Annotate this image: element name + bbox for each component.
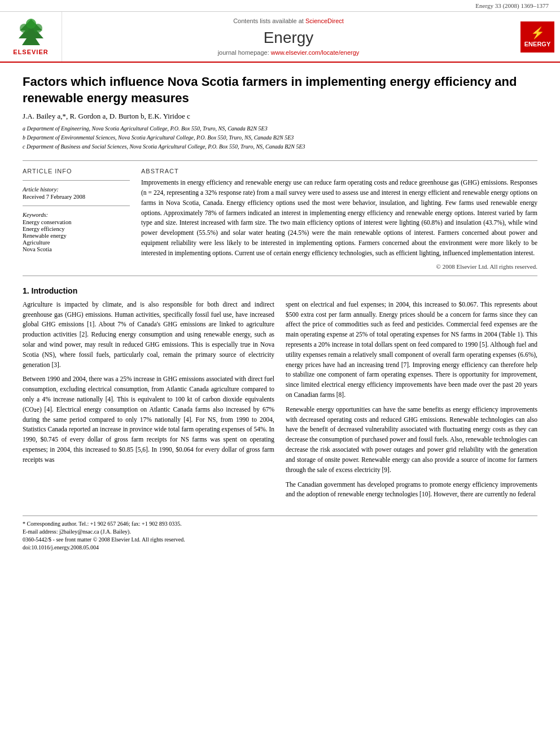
authors: J.A. Bailey a,*, R. Gordon a, D. Burton … — [23, 112, 537, 121]
section-title-intro: 1. Introduction — [23, 286, 537, 295]
copyright-line: © 2008 Elsevier Ltd. All rights reserved… — [141, 263, 537, 270]
received-date: Received 7 February 2008 — [23, 194, 130, 200]
intro-para-3: spent on electrical and fuel expenses; i… — [286, 300, 537, 400]
keyword-1: Energy conservation — [23, 219, 130, 225]
issn-notice: 0360-5442/$ - see front matter © 2008 El… — [23, 536, 537, 543]
journal-header-right: ⚡ ENERGY — [515, 12, 560, 62]
keyword-2: Energy efficiency — [23, 226, 130, 232]
abstract-column: ABSTRACT Improvements in energy efficien… — [141, 168, 537, 270]
section-number: 1. — [23, 286, 29, 295]
abstract-text: Improvements in energy efficiency and re… — [141, 178, 537, 259]
intro-col-left: Agriculture is impacted by climate, and … — [23, 300, 274, 504]
doi: doi:10.1016/j.energy.2008.05.004 — [23, 544, 537, 551]
affiliations: a Department of Engineering, Nova Scotia… — [23, 124, 537, 151]
keywords-label: Keywords: — [23, 212, 130, 218]
header-divider — [23, 160, 537, 161]
section-name: Introduction — [32, 286, 78, 295]
homepage-prefix: journal homepage: — [218, 49, 271, 56]
article-info-column: ARTICLE INFO Article history: Received 7… — [23, 168, 130, 270]
top-bar: Energy 33 (2008) 1369–1377 — [0, 0, 560, 12]
intro-para-5: The Canadian government has developed pr… — [286, 480, 537, 500]
intro-col-right: spent on electrical and fuel expenses; i… — [286, 300, 537, 504]
journal-name: Energy — [264, 29, 314, 47]
sciencedirect-prefix: Contents lists available at — [233, 18, 305, 24]
content-area: Factors which influence Nova Scotia farm… — [0, 63, 560, 562]
elsevier-logo: ELSEVIER — [13, 18, 48, 55]
corresponding-author: * Corresponding author. Tel.: +1 902 657… — [23, 521, 537, 527]
article-title: Factors which influence Nova Scotia farm… — [23, 74, 537, 106]
intro-para-1: Agriculture is impacted by climate, and … — [23, 300, 274, 370]
affiliation-a: a Department of Engineering, Nova Scotia… — [23, 124, 537, 133]
author-list: J.A. Bailey a,*, R. Gordon a, D. Burton … — [23, 112, 190, 120]
homepage-url[interactable]: www.elsevier.com/locate/energy — [271, 49, 360, 56]
keywords-section: Keywords: Energy conservation Energy eff… — [23, 212, 130, 252]
abstract-heading: ABSTRACT — [141, 168, 537, 174]
sciencedirect-link: Contents lists available at ScienceDirec… — [233, 18, 344, 24]
energy-logo-box: ⚡ ENERGY — [520, 21, 554, 53]
svg-point-4 — [26, 19, 36, 29]
keyword-4: Agriculture — [23, 239, 130, 246]
elsevier-tree-icon — [14, 18, 48, 46]
intro-para-4: Renewable energy opportunities can have … — [286, 405, 537, 475]
section-divider — [23, 276, 537, 276]
email-address: E-mail address: j2bailey@nsac.ca (J.A. B… — [23, 528, 537, 535]
journal-header: ELSEVIER Contents lists available at Sci… — [0, 12, 560, 63]
article-info-abstract: ARTICLE INFO Article history: Received 7… — [23, 168, 537, 270]
affiliation-c: c Department of Business and Social Scie… — [23, 142, 537, 151]
affiliation-b: b Department of Environmental Sciences, … — [23, 133, 537, 142]
elsevier-logo-section: ELSEVIER — [0, 12, 62, 62]
elsevier-brand-text: ELSEVIER — [13, 49, 48, 55]
journal-header-center: Contents lists available at ScienceDirec… — [62, 12, 515, 62]
footer-section: * Corresponding author. Tel.: +1 902 657… — [23, 516, 537, 551]
article-info-heading: ARTICLE INFO — [23, 168, 130, 174]
keyword-3: Renewable energy — [23, 233, 130, 239]
intro-two-col: Agriculture is impacted by climate, and … — [23, 300, 537, 504]
introduction-section: 1. Introduction Agriculture is impacted … — [23, 286, 537, 504]
keywords-divider — [23, 206, 130, 206]
keyword-5: Nova Scotia — [23, 246, 130, 252]
energy-logo-text: ENERGY — [524, 41, 550, 47]
article-info-divider — [23, 180, 130, 181]
bolt-icon: ⚡ — [531, 26, 545, 40]
intro-para-2: Between 1990 and 2004, there was a 25% i… — [23, 374, 274, 465]
journal-homepage: journal homepage: www.elsevier.com/locat… — [218, 49, 360, 56]
sciencedirect-url[interactable]: ScienceDirect — [305, 18, 344, 24]
journal-citation: Energy 33 (2008) 1369–1377 — [475, 2, 549, 9]
history-label: Article history: — [23, 186, 130, 193]
